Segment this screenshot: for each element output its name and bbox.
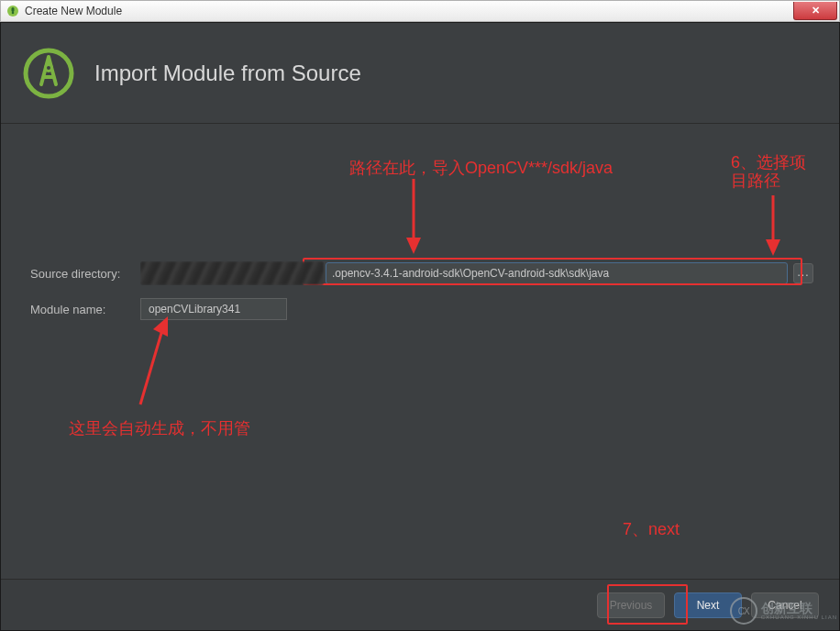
android-studio-icon xyxy=(6,5,19,17)
annotation-auto-generate: 这里会自动生成，不用管 xyxy=(69,419,250,437)
arrow-to-next xyxy=(623,538,659,571)
watermark-brand: 创新互联 xyxy=(761,602,837,614)
previous-button[interactable]: Previous xyxy=(597,592,665,618)
annotation-step6: 6、选择项目路径 xyxy=(731,153,815,190)
svg-rect-1 xyxy=(12,7,15,12)
browse-button[interactable]: ... xyxy=(793,263,813,283)
annotation-path-hint: 路径在此，导入OpenCV***/sdk/java xyxy=(349,159,613,177)
android-studio-logo xyxy=(23,48,74,99)
module-name-input[interactable] xyxy=(140,298,287,320)
watermark-logo-icon: CX xyxy=(730,597,757,625)
svg-line-9 xyxy=(140,324,164,404)
source-directory-input[interactable] xyxy=(326,262,788,284)
close-icon: ✕ xyxy=(812,5,820,17)
watermark: CX 创新互联 CXHUANG XINHU LIAN xyxy=(730,597,837,625)
redacted-path-prefix xyxy=(140,261,324,285)
module-name-row: Module name: xyxy=(30,298,813,320)
titlebar: Create New Module ✕ xyxy=(0,0,840,22)
ellipsis-icon: ... xyxy=(797,266,809,279)
source-directory-label: Source directory: xyxy=(30,267,140,281)
wizard-button-bar: Previous Next Cancel xyxy=(1,579,839,630)
close-button[interactable]: ✕ xyxy=(793,2,837,20)
annotation-step7: 7、next xyxy=(623,520,680,538)
svg-point-2 xyxy=(12,12,15,15)
svg-point-4 xyxy=(46,64,52,71)
watermark-sub: CXHUANG XINHU LIAN xyxy=(761,614,837,620)
module-name-label: Module name: xyxy=(30,303,140,316)
wizard-header: Import Module from Source xyxy=(1,23,839,124)
arrow-to-module xyxy=(129,315,175,415)
window-title: Create New Module xyxy=(25,5,122,17)
source-directory-row: Source directory: ... xyxy=(30,261,813,285)
page-title: Import Module from Source xyxy=(94,61,361,86)
